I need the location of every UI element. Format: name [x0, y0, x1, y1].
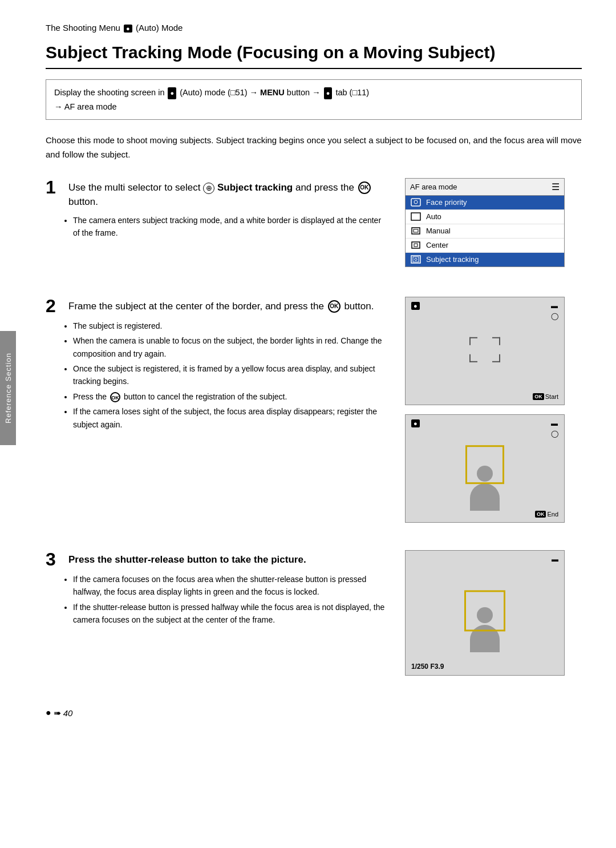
step-2-bullet-2: When the camera is unable to focus on th…: [73, 334, 388, 360]
step2-title-text: Frame the subject at the center of the b…: [68, 301, 327, 312]
ok-button-icon-1: OK: [358, 181, 371, 194]
vf1-icon2: ◯: [551, 312, 558, 321]
af-row-face-priority: Face priority: [406, 196, 564, 210]
viewfinder-3: ▬ 1/250 F3.9: [405, 550, 565, 676]
vf3-icon1: ▬: [552, 555, 558, 564]
step-1-bullets: The camera enters subject tracking mode,…: [46, 214, 388, 240]
step2-title-end: button.: [344, 301, 374, 312]
svg-rect-4: [414, 229, 418, 232]
footer-arrow: ➠: [54, 708, 61, 718]
step-1-block: 1 Use the multi selector to select ⊕ Sub…: [46, 178, 582, 278]
af-icon-manual: [410, 227, 422, 236]
vf1-bracket: [469, 337, 500, 362]
step-2-bullets: The subject is registered. When the came…: [46, 320, 388, 431]
step-2-area: 2 Frame the subject at the center of the…: [46, 297, 582, 532]
header-mode: (Auto) Mode: [136, 23, 183, 33]
nav-line1-mode: (Auto) mode (□51): [180, 88, 249, 97]
nav-menu-btn: MENU: [260, 88, 285, 97]
nav-arrow2: button →: [287, 88, 323, 97]
step-1-bullet-1: The camera enters subject tracking mode,…: [73, 214, 388, 240]
svg-rect-5: [412, 242, 420, 248]
vf1-ok-text: Start: [545, 393, 558, 400]
step-1-right: AF area mode ☰ Face priority: [405, 178, 582, 278]
ok-button-icon-2: OK: [328, 300, 341, 313]
viewfinder-1: ● ▬ ◯ OK Start: [405, 297, 565, 405]
nav-box: Display the shooting screen in ● (Auto) …: [46, 79, 582, 120]
nav-box-line2: → AF area mode: [54, 100, 573, 114]
camera-icon: ●: [124, 25, 132, 33]
af-label-face-priority: Face priority: [426, 198, 467, 207]
af-panel-title: AF area mode ☰: [406, 179, 564, 196]
yellow-tracking-box: [465, 445, 504, 484]
af-icon-center: [410, 241, 422, 250]
step-3-bullets: If the camera focuses on the focus area …: [46, 573, 388, 627]
vf2-ok-icon: OK: [535, 511, 546, 518]
side-tab: Reference Section: [0, 331, 16, 445]
step1-bold: Subject tracking: [217, 182, 293, 193]
af-icon-face: [410, 198, 422, 207]
step-2-block: 2 Frame the subject at the center of the…: [46, 297, 582, 532]
vf1-ok-label: OK Start: [533, 393, 558, 400]
vf3-top-right: ▬: [552, 555, 558, 564]
vf2-ok-label: OK End: [535, 511, 558, 518]
step-2-title: Frame the subject at the center of the b…: [68, 297, 374, 314]
svg-rect-2: [411, 213, 420, 220]
page: Reference Section The Shooting Menu ● (A…: [0, 0, 616, 848]
step-2-bullet-3: Once the subject is registered, it is fr…: [73, 362, 388, 388]
step-1-title: Use the multi selector to select ⊕ Subje…: [68, 178, 388, 209]
ok-icon-inline: OK: [110, 392, 120, 402]
multi-selector-icon: ⊕: [203, 183, 214, 194]
af-row-subject-tracking: Subject tracking: [406, 253, 564, 266]
bracket-br: [492, 354, 500, 362]
yellow-tracking-box-3: [464, 590, 505, 631]
person-body-2: [470, 483, 500, 511]
step-2-right: ● ▬ ◯ OK Start: [405, 297, 582, 532]
step1-title-pre: Use the multi selector to select: [68, 182, 203, 193]
page-title: Subject Tracking Mode (Focusing on a Mov…: [46, 43, 582, 69]
footer-bullet1: ●: [46, 708, 51, 718]
footer: ● ➠ 40: [46, 708, 582, 718]
step-3-title: Press the shutter-release button to take…: [68, 550, 306, 567]
step-3-num: 3: [46, 550, 62, 568]
step-2-bullet-1: The subject is registered.: [73, 320, 388, 332]
side-tab-text: Reference Section: [4, 353, 13, 423]
af-row-auto: Auto: [406, 210, 564, 224]
bracket-tr: [492, 337, 500, 345]
af-row-center: Center: [406, 239, 564, 253]
af-icon-subject-tracking: [410, 255, 422, 264]
svg-point-1: [414, 200, 418, 204]
footer-page: 40: [63, 708, 73, 718]
step-3-bullet-1: If the camera focuses on the focus area …: [73, 573, 388, 599]
step-2-bullet-4: Press the OK button to cancel the regist…: [73, 390, 388, 403]
step-2-header: 2 Frame the subject at the center of the…: [46, 297, 388, 315]
svg-rect-3: [412, 228, 420, 234]
af-panel-menu-icon: ☰: [552, 181, 560, 192]
step-2-left: 2 Frame the subject at the center of the…: [46, 297, 388, 433]
step-2-bullet-5: If the camera loses sight of the subject…: [73, 405, 388, 431]
svg-rect-6: [414, 244, 418, 247]
bracket-bl: [469, 354, 477, 362]
header-nav-text: The Shooting Menu: [46, 23, 120, 33]
af-label-subject-tracking: Subject tracking: [426, 255, 479, 264]
vf2-ok-text: End: [547, 511, 558, 518]
af-label-manual: Manual: [426, 227, 451, 235]
svg-rect-8: [413, 257, 419, 262]
viewfinder-2: ● ▬ ◯ OK End: [405, 414, 565, 523]
nav-cam-icon2: ●: [324, 87, 333, 99]
step-2-num: 2: [46, 297, 62, 315]
vf3-settings: 1/250 F3.9: [411, 663, 444, 671]
step1-press: and press the: [295, 182, 357, 193]
step-3-header: 3 Press the shutter-release button to ta…: [46, 550, 388, 568]
step-1-left: 1 Use the multi selector to select ⊕ Sub…: [46, 178, 388, 242]
af-label-auto: Auto: [426, 212, 441, 221]
af-panel-title-text: AF area mode: [410, 183, 457, 191]
vf3-shutter: 1/250: [411, 663, 428, 671]
step-1-header: 1 Use the multi selector to select ⊕ Sub…: [46, 178, 388, 209]
vf2-cam-icon: ●: [411, 419, 420, 427]
step-3-area: 3 Press the shutter-release button to ta…: [46, 550, 582, 685]
vf2-top-right: ▬ ◯: [551, 419, 558, 438]
step-3-left: 3 Press the shutter-release button to ta…: [46, 550, 388, 629]
step-3-block: 3 Press the shutter-release button to ta…: [46, 550, 582, 685]
svg-point-9: [415, 259, 417, 261]
nav-cam-icon: ●: [168, 87, 176, 99]
